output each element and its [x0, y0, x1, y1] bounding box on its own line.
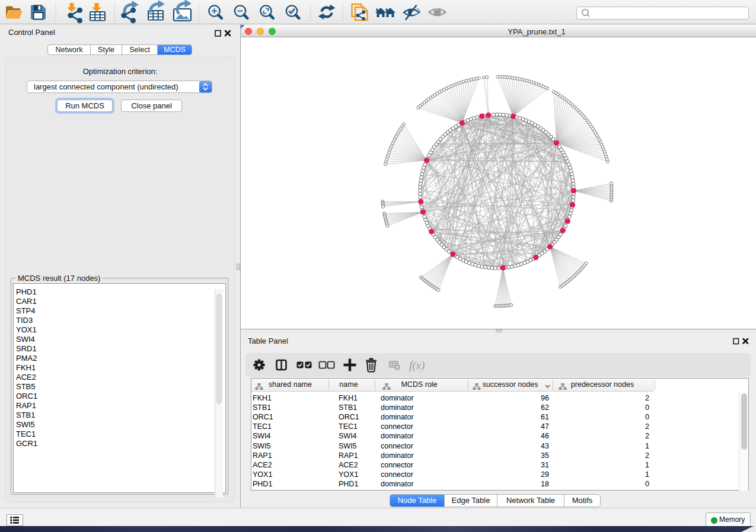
svg-text:f(x): f(x)	[409, 359, 425, 372]
